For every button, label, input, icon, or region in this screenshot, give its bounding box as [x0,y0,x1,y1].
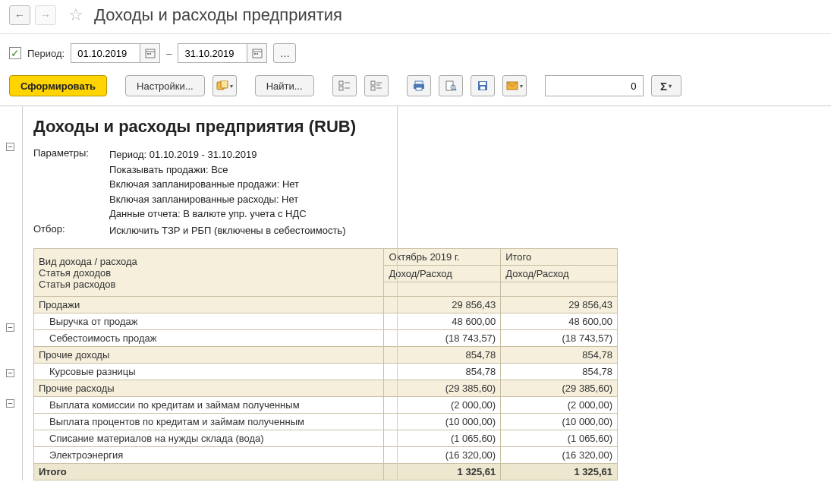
variants-button[interactable]: ▾ [212,75,237,96]
svg-rect-7 [257,53,258,55]
back-button[interactable]: ← [9,5,30,25]
row-name: Себестоимость продаж [34,330,384,347]
row-name: Списание материалов на нужды склада (вод… [34,430,384,447]
period-from-field[interactable] [71,43,160,63]
filter-label: Отбор: [33,223,109,238]
period-to-field[interactable] [178,43,267,63]
svg-rect-3 [150,53,151,55]
email-button[interactable]: ▾ [502,75,527,96]
svg-rect-10 [339,81,343,85]
sum-input[interactable] [545,75,644,96]
period-label: Период: [27,48,65,59]
outline-gutter: − − − − [0,106,23,480]
row-oct: 854,78 [384,364,501,380]
row-oct: (16 320,00) [384,447,501,464]
report-title: Доходы и расходы предприятия (RUB) [33,117,820,137]
row-oct: (18 743,57) [384,330,501,347]
period-from-input[interactable] [71,44,140,62]
row-total: (2 000,00) [501,397,618,414]
print-button[interactable] [407,75,431,96]
svg-rect-15 [371,87,375,90]
col-total-header: Итого [501,249,618,266]
settings-button[interactable]: Настройки... [125,75,205,96]
period-checkbox[interactable]: ✓ [9,47,21,59]
svg-rect-11 [339,87,343,90]
row-name: Выплата процентов по кредитам и займам п… [34,414,384,430]
find-button[interactable]: Найти... [255,75,314,96]
period-picker-button[interactable]: … [273,43,296,63]
grand-total-label: Итого [34,464,384,480]
outline-collapse-icon[interactable]: − [6,323,14,332]
outline-collapse-icon[interactable]: − [6,369,14,377]
row-name: Курсовые разницы [34,364,384,380]
params-label: Параметры: [33,147,109,222]
row-total: (1 065,60) [501,430,618,447]
row-total: (16 320,00) [501,447,618,464]
row-oct: (29 385,60) [384,380,501,397]
page-title: Доходы и расходы предприятия [94,5,342,25]
preview-button[interactable] [439,75,463,96]
svg-rect-2 [147,53,149,55]
subcol-header: Доход/Расход [384,266,501,282]
row-total: (10 000,00) [501,414,618,430]
subcol-header: Доход/Расход [501,266,618,282]
svg-line-24 [455,89,456,90]
row-oct: 48 600,00 [384,313,501,330]
filter-text: Исключить ТЗР и РБП (включены в себестои… [109,223,820,238]
row-name: Прочие доходы [34,347,384,364]
row-name: Выручка от продаж [34,313,384,330]
svg-rect-21 [416,87,422,90]
sigma-button[interactable]: Σ▾ [651,75,681,96]
row-total: (29 385,60) [501,380,618,397]
row-total: 854,78 [501,364,618,380]
svg-rect-6 [254,53,256,55]
svg-rect-27 [480,87,485,90]
outline-collapse-icon[interactable]: − [6,399,14,408]
report-table: Вид дохода / расхода Статья доходов Стат… [33,248,618,480]
row-oct: (10 000,00) [384,414,501,430]
row-oct: (2 000,00) [384,397,501,414]
col-kind-header: Вид дохода / расхода Статья доходов Стат… [34,249,384,297]
collapse-groups-button[interactable] [364,75,389,96]
favorite-star-icon[interactable]: ☆ [65,5,87,26]
svg-rect-19 [415,81,423,84]
save-button[interactable] [471,75,495,96]
row-total: (18 743,57) [501,330,618,347]
grand-total-oct: 1 325,61 [384,464,501,480]
period-dash: – [166,48,172,59]
svg-rect-9 [221,80,228,88]
row-total: 854,78 [501,347,618,364]
row-name: Прочие расходы [34,380,384,397]
calendar-icon[interactable] [140,44,159,62]
period-to-input[interactable] [178,44,247,62]
params-text: Период: 01.10.2019 - 31.10.2019 Показыва… [109,147,820,222]
generate-button[interactable]: Сформировать [9,75,107,96]
row-total: 29 856,43 [501,297,618,313]
row-name: Продажи [34,297,384,313]
row-oct: 854,78 [384,347,501,364]
row-name: Электроэнергия [34,447,384,464]
row-oct: 29 856,43 [384,297,501,313]
row-oct: (1 065,60) [384,430,501,447]
grand-total-total: 1 325,61 [501,464,618,480]
svg-rect-26 [480,82,486,85]
row-total: 48 600,00 [501,313,618,330]
col-period-header: Октябрь 2019 г. [384,249,501,266]
svg-rect-14 [371,81,375,85]
outline-collapse-icon[interactable]: − [6,143,14,151]
row-name: Выплата комиссии по кредитам и займам по… [34,397,384,414]
calendar-icon[interactable] [247,44,266,62]
expand-groups-button[interactable] [332,75,357,96]
forward-button[interactable]: → [35,5,56,25]
